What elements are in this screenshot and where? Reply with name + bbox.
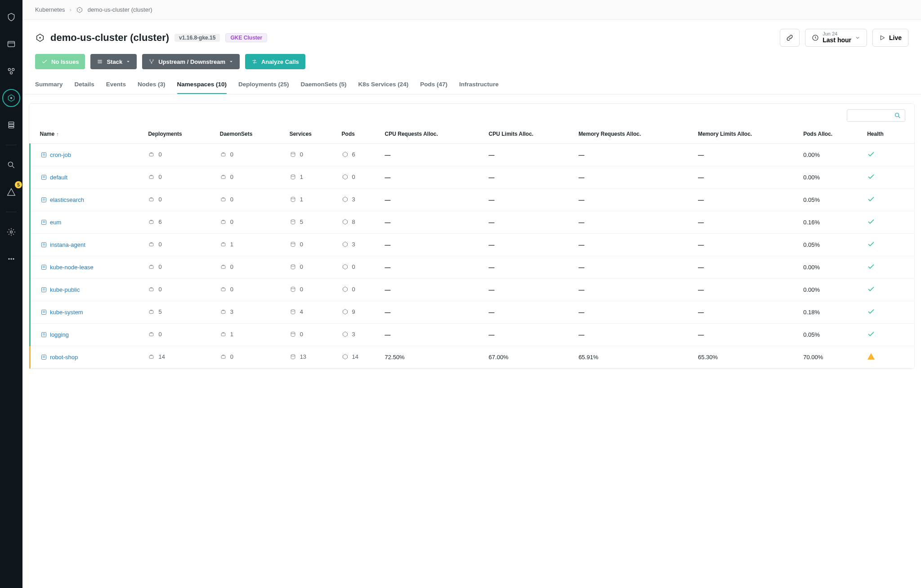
namespace-link[interactable]: default xyxy=(50,174,67,181)
svg-point-19 xyxy=(149,59,150,60)
cell-cpu-lim: — xyxy=(484,324,574,346)
breadcrumb-root[interactable]: Kubernetes xyxy=(35,6,65,13)
cluster-type-pill: GKE Cluster xyxy=(225,33,267,42)
rail-item-events[interactable]: 5 xyxy=(2,183,20,201)
cell-deployments: 14 xyxy=(143,346,215,369)
namespace-link[interactable]: instana-agent xyxy=(50,241,85,248)
table-row[interactable]: robot-shop140131472.50%67.00%65.91%65.30… xyxy=(30,346,915,369)
rail-item-settings[interactable] xyxy=(2,223,20,241)
cell-pods: 9 xyxy=(337,301,380,324)
namespace-link[interactable]: elasticsearch xyxy=(50,196,84,203)
cell-pods: 3 xyxy=(337,189,380,211)
svg-marker-37 xyxy=(343,196,347,201)
tab-daemonsets-5-[interactable]: DaemonSets (5) xyxy=(300,76,346,94)
svg-rect-73 xyxy=(871,356,872,358)
table-row[interactable]: elasticsearch0013————0.05% xyxy=(30,189,915,211)
table-row[interactable]: eum6058————0.16% xyxy=(30,211,915,234)
table-row[interactable]: instana-agent0103————0.05% xyxy=(30,234,915,256)
svg-point-71 xyxy=(291,354,295,356)
cell-mem-req: — xyxy=(574,189,693,211)
no-issues-button[interactable]: No Issues xyxy=(35,54,85,69)
cell-name: instana-agent xyxy=(30,234,144,256)
no-issues-label: No Issues xyxy=(51,58,79,65)
col-cpu-lim[interactable]: CPU Limits Alloc. xyxy=(484,125,574,144)
cell-cpu-req: — xyxy=(380,189,484,211)
cell-name: eum xyxy=(30,211,144,234)
namespace-link[interactable]: kube-public xyxy=(50,286,80,293)
svg-point-36 xyxy=(291,197,295,199)
col-services[interactable]: Services xyxy=(285,125,337,144)
cell-health xyxy=(863,234,914,256)
rail-item-applications[interactable] xyxy=(2,62,20,80)
cell-deployments: 0 xyxy=(143,144,215,166)
rail-alert-badge: 5 xyxy=(15,181,22,188)
cell-name: elasticsearch xyxy=(30,189,144,211)
cell-pods-alloc: 0.00% xyxy=(799,166,863,189)
cell-cpu-lim: — xyxy=(484,234,574,256)
table-row[interactable]: kube-node-lease0000————0.00% xyxy=(30,256,915,279)
cell-services: 13 xyxy=(285,346,337,369)
tab-details[interactable]: Details xyxy=(75,76,94,94)
rail-logo[interactable] xyxy=(2,8,20,26)
tab-pods-47-[interactable]: Pods (47) xyxy=(420,76,447,94)
col-name[interactable]: Name↑ xyxy=(30,125,144,144)
col-daemonsets[interactable]: DaemonSets xyxy=(215,125,285,144)
rail-item-more[interactable] xyxy=(2,250,20,268)
tab-infrastructure[interactable]: Infrastructure xyxy=(459,76,499,94)
live-button[interactable]: Live xyxy=(872,29,908,47)
tab-deployments-25-[interactable]: Deployments (25) xyxy=(238,76,289,94)
namespace-link[interactable]: cron-job xyxy=(50,151,71,158)
tab-summary[interactable]: Summary xyxy=(35,76,63,94)
namespace-link[interactable]: logging xyxy=(50,331,69,338)
svg-rect-35 xyxy=(221,198,225,201)
col-pods[interactable]: Pods xyxy=(337,125,380,144)
col-mem-req[interactable]: Memory Requests Alloc. xyxy=(574,125,693,144)
col-health[interactable]: Health xyxy=(863,125,914,144)
share-link-button[interactable] xyxy=(780,29,800,47)
svg-rect-64 xyxy=(150,333,154,336)
tab-namespaces-10-[interactable]: Namespaces (10) xyxy=(177,76,227,94)
namespace-link[interactable]: robot-shop xyxy=(50,354,78,361)
cell-mem-req: — xyxy=(574,279,693,301)
col-deployments[interactable]: Deployments xyxy=(143,125,215,144)
cell-deployments: 0 xyxy=(143,279,215,301)
main-area: Kubernetes › demo-us-cluster (cluster) d… xyxy=(22,0,921,588)
table-row[interactable]: default0010————0.00% xyxy=(30,166,915,189)
table-row[interactable]: cron-job0006————0.00% xyxy=(30,144,915,166)
rail-item-websites[interactable] xyxy=(2,35,20,53)
tab-k8s-services-24-[interactable]: K8s Services (24) xyxy=(358,76,409,94)
rail-item-infrastructure[interactable] xyxy=(2,116,20,134)
svg-point-26 xyxy=(291,152,295,154)
cell-mem-req: — xyxy=(574,144,693,166)
upstream-downstream-button[interactable]: Upstream / Downstream xyxy=(142,54,240,69)
svg-point-12 xyxy=(11,258,12,260)
table-row[interactable]: kube-public0000————0.00% xyxy=(30,279,915,301)
tab-events[interactable]: Events xyxy=(106,76,126,94)
cell-pods: 6 xyxy=(337,144,380,166)
cell-deployments: 0 xyxy=(143,189,215,211)
table-row[interactable]: logging0103————0.05% xyxy=(30,324,915,346)
cell-cpu-lim: — xyxy=(484,144,574,166)
namespace-link[interactable]: eum xyxy=(50,219,61,226)
analyze-calls-button[interactable]: Analyze Calls xyxy=(245,54,305,69)
cell-mem-req: — xyxy=(574,234,693,256)
cell-pods-alloc: 0.00% xyxy=(799,144,863,166)
rail-item-analyze[interactable] xyxy=(2,156,20,174)
svg-point-11 xyxy=(9,258,10,260)
cell-services: 0 xyxy=(285,256,337,279)
cell-pods: 14 xyxy=(337,346,380,369)
rail-item-kubernetes[interactable] xyxy=(2,89,20,107)
svg-marker-52 xyxy=(343,264,347,269)
sort-asc-icon: ↑ xyxy=(56,131,59,137)
namespace-link[interactable]: kube-node-lease xyxy=(50,264,94,271)
table-search-input[interactable] xyxy=(847,109,905,122)
table-row[interactable]: kube-system5349————0.18% xyxy=(30,301,915,324)
col-pods-alloc[interactable]: Pods Alloc. xyxy=(799,125,863,144)
tab-nodes-3-[interactable]: Nodes (3) xyxy=(138,76,165,94)
col-mem-lim[interactable]: Memory Limits Alloc. xyxy=(693,125,799,144)
namespace-link[interactable]: kube-system xyxy=(50,309,83,316)
version-pill: v1.16.8-gke.15 xyxy=(174,34,220,42)
stack-button[interactable]: Stack xyxy=(90,54,137,69)
time-range-button[interactable]: Jun 24 Last hour xyxy=(805,29,867,47)
col-cpu-req[interactable]: CPU Requests Alloc. xyxy=(380,125,484,144)
